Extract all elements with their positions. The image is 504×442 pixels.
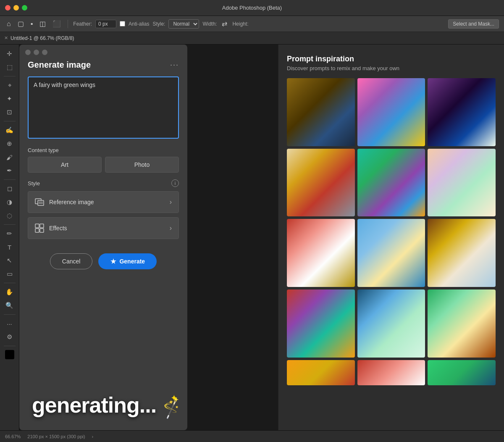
more-tools-icon[interactable]: ··· (3, 318, 16, 329)
edit-toolbar-icon[interactable]: ⚙ (3, 331, 16, 343)
prompt-textarea[interactable]: A fairy with green wings (28, 76, 179, 139)
marquee-option1-icon[interactable]: ▪ (29, 19, 35, 29)
generate-icon (110, 258, 117, 265)
generate-button-label: Generate (119, 258, 145, 265)
select-mask-button[interactable]: Select and Mask... (448, 19, 499, 29)
dialog-window-controls (19, 45, 187, 58)
cat-image (357, 78, 425, 146)
dialog-maximize-btn[interactable] (42, 50, 47, 55)
wand-icon: 🪄 (160, 396, 184, 420)
path-select-icon[interactable]: ↖ (3, 255, 16, 266)
swap-icon[interactable]: ⇄ (220, 19, 229, 29)
dog-image (428, 219, 496, 287)
blur-tool-icon[interactable]: ◌ (3, 210, 16, 221)
minimize-button[interactable] (13, 5, 19, 11)
traffic-lights (5, 5, 27, 11)
type-tool-icon[interactable]: T (3, 241, 16, 253)
reference-image-option[interactable]: Reference image › (28, 191, 179, 213)
clone-stamp-icon[interactable]: ✒ (3, 165, 16, 176)
inspiration-image-waterfall[interactable] (428, 78, 496, 146)
inspiration-image-oldman[interactable] (428, 149, 496, 217)
maximize-button[interactable] (22, 5, 27, 11)
inspiration-image-ship[interactable] (287, 78, 355, 146)
spot-heal-icon[interactable]: ⊕ (3, 138, 16, 150)
brush-tool-icon[interactable]: 🖌 (3, 151, 16, 163)
style-select[interactable]: Normal (168, 19, 199, 29)
inspiration-image-nest[interactable] (357, 149, 425, 217)
inspiration-image-woman[interactable] (287, 289, 355, 358)
inspiration-image-partial2[interactable] (357, 360, 425, 385)
pen-tool-icon[interactable]: ✏ (3, 228, 16, 239)
marquee-rect-icon[interactable]: ▢ (16, 19, 26, 29)
home-icon[interactable]: ⌂ (5, 19, 13, 29)
marquee-option3-icon[interactable]: ⬛ (51, 19, 63, 29)
waterfall-image (428, 78, 496, 146)
gradient-tool-icon[interactable]: ◑ (3, 196, 16, 208)
selection-tool-icon[interactable]: ⬚ (3, 61, 16, 73)
inspiration-image-camper[interactable] (287, 149, 355, 217)
feather-input[interactable] (95, 20, 116, 28)
effects-left: Effects (35, 224, 67, 233)
svg-rect-5 (40, 224, 44, 228)
reference-image-label: Reference image (49, 199, 94, 205)
dialog-more-button[interactable]: ··· (170, 61, 179, 69)
partial1-image (287, 360, 355, 385)
shape-tool-icon[interactable]: ▭ (3, 268, 16, 280)
foreground-color[interactable] (5, 350, 14, 359)
dialog-close-btn[interactable] (25, 50, 31, 55)
reference-image-arrow-icon: › (170, 198, 172, 206)
anti-alias-checkbox[interactable] (120, 21, 125, 26)
eraser-tool-icon[interactable]: ◻ (3, 183, 16, 195)
woman-image (287, 289, 355, 358)
generating-overlay: generating... ✦ 🪄 (32, 392, 182, 418)
tab-close-button[interactable]: ✕ (4, 35, 8, 41)
generate-dialog: Generate image ··· A fairy with green wi… (19, 45, 187, 430)
inspiration-image-room[interactable] (428, 289, 496, 358)
feather-label: Feather: (73, 21, 92, 27)
content-type-row: Art Photo (28, 157, 179, 173)
crop-tool-icon[interactable]: ⊡ (3, 106, 16, 118)
marquee-option2-icon[interactable]: ◫ (38, 19, 47, 29)
anti-alias-label: Anti-alias (129, 21, 149, 27)
effects-icon (35, 224, 44, 233)
inspiration-image-duck[interactable] (357, 219, 425, 287)
magic-wand-icon[interactable]: ✦ (3, 93, 16, 105)
inspiration-image-milkshake[interactable] (287, 219, 355, 287)
move-tool-icon[interactable]: ✛ (3, 48, 16, 60)
style-info-icon[interactable]: i (171, 179, 179, 187)
dialog-minimize-btn[interactable] (34, 50, 39, 55)
tool-separator4 (4, 224, 16, 225)
art-button[interactable]: Art (28, 157, 102, 173)
nest-image (357, 149, 425, 217)
inspiration-image-partial1[interactable] (287, 360, 355, 385)
generating-label: generating... (32, 392, 156, 418)
inspiration-image-cherry[interactable] (357, 289, 425, 358)
inspiration-image-cat[interactable] (357, 78, 425, 146)
ship-image (287, 78, 355, 146)
oldman-image (428, 149, 496, 217)
cancel-button[interactable]: Cancel (50, 253, 93, 269)
inspiration-panel: Prompt inspiration Discover prompts to r… (278, 45, 504, 430)
photo-button[interactable]: Photo (105, 157, 179, 173)
inspiration-image-dog[interactable] (428, 219, 496, 287)
partial2-image (357, 360, 425, 385)
close-button[interactable] (5, 5, 10, 11)
canvas-area: Generate image ··· A fairy with green wi… (19, 45, 504, 430)
zoom-tool-icon[interactable]: 🔍 (3, 300, 16, 311)
milkshake-image (287, 219, 355, 287)
tool-separator3 (4, 179, 16, 180)
toolbar-separator (68, 20, 68, 28)
eyedropper-icon[interactable]: ✍ (3, 124, 16, 136)
status-bar: 66.67% 2100 px × 1500 px (300 ppi) › (0, 430, 504, 442)
style-section-label: Style (28, 180, 40, 187)
inspiration-subtitle: Discover prompts to remix and make your … (287, 65, 496, 71)
hand-tool-icon[interactable]: ✋ (3, 286, 16, 298)
inspiration-image-partial3[interactable] (428, 360, 496, 385)
lasso-tool-icon[interactable]: ⌖ (3, 79, 16, 91)
inspiration-title: Prompt inspiration (287, 55, 496, 63)
style-header: Style i (28, 179, 179, 187)
app-title: Adobe Photoshop (Beta) (222, 5, 282, 11)
generate-button[interactable]: Generate (98, 253, 157, 269)
effects-option[interactable]: Effects › (28, 217, 179, 239)
reference-image-icon (35, 197, 44, 207)
